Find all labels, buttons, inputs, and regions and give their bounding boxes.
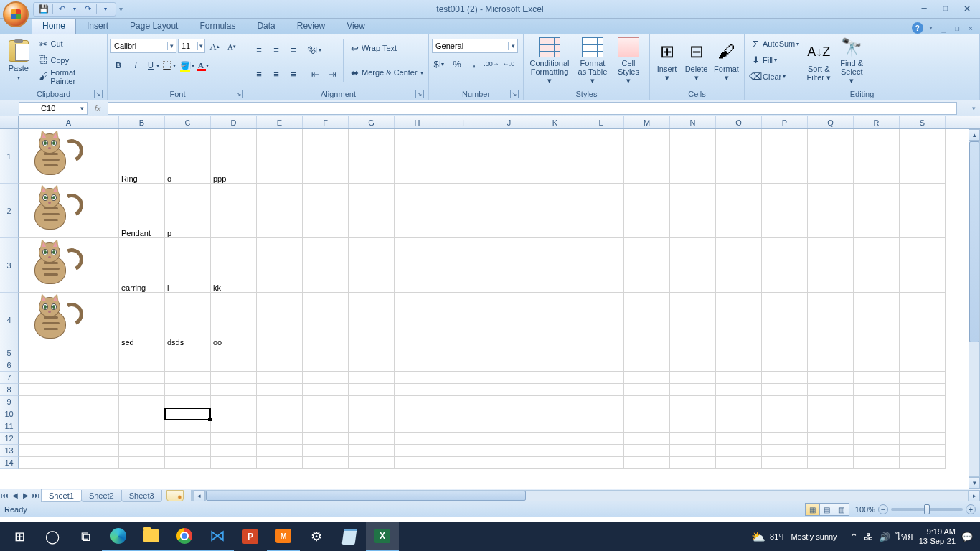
align-center[interactable]: ≡ [268,66,284,82]
cell-N4[interactable] [670,293,716,347]
cell-S5[interactable] [900,347,946,359]
vscroll-thumb[interactable] [969,141,979,342]
sheet-next[interactable]: ▶ [21,489,31,502]
cell-A7[interactable] [19,372,119,384]
autosum-button[interactable]: ΣAutoSum ▾ [748,36,801,52]
cell-Q2[interactable] [808,184,854,238]
new-sheet-button[interactable] [166,490,184,501]
cell-N14[interactable] [670,457,716,469]
sheet-first[interactable]: ⏮ [0,489,10,502]
sheet-tab-sheet3[interactable]: Sheet3 [121,490,162,502]
cell-D4[interactable]: oo [211,293,257,347]
font-size-combo[interactable]: ▾ [178,39,205,53]
cell-I6[interactable] [440,359,486,372]
cell-D1[interactable]: ppp [211,129,257,184]
col-header-A[interactable]: A [19,116,119,128]
cell-Q11[interactable] [808,420,854,433]
tray-volume-icon[interactable]: 🔊 [879,532,890,542]
cell-N11[interactable] [670,420,716,433]
cell-O14[interactable] [716,457,762,469]
cell-H12[interactable] [395,433,440,445]
cell-S10[interactable] [900,408,946,420]
cell-N6[interactable] [670,359,716,372]
shrink-font-button[interactable]: A▾ [224,39,240,55]
cell-M13[interactable] [624,445,670,457]
tab-home[interactable]: Home [32,17,76,34]
settings-icon[interactable]: ⚙ [300,522,333,551]
cell-I11[interactable] [440,420,486,433]
cell-A1[interactable] [19,129,119,184]
cell-L7[interactable] [578,372,624,384]
row-header-3[interactable]: 3 [0,238,19,293]
cell-R9[interactable] [854,396,900,408]
paste-button[interactable]: Paste▾ [3,36,34,86]
formula-input[interactable] [108,102,957,115]
col-header-O[interactable]: O [716,116,762,128]
cell-M11[interactable] [624,420,670,433]
cell-P11[interactable] [762,420,808,433]
cell-K5[interactable] [532,347,578,359]
zoom-label[interactable]: 100% [855,505,875,514]
cell-G11[interactable] [349,420,395,433]
cell-G6[interactable] [349,359,395,372]
cell-B9[interactable] [119,396,165,408]
qat-customize[interactable]: ▾ [100,4,111,15]
cell-I10[interactable] [440,408,486,420]
row-header-8[interactable]: 8 [0,384,19,396]
excel-icon[interactable]: X [366,522,399,551]
hscroll-track[interactable] [205,490,969,501]
cell-J12[interactable] [486,433,532,445]
cell-J13[interactable] [486,445,532,457]
cell-Q10[interactable] [808,408,854,420]
bold-button[interactable]: B [110,57,126,73]
cell-B3[interactable]: earring [119,238,165,293]
cell-G7[interactable] [349,372,395,384]
orientation-button[interactable]: ab▾ [307,42,323,57]
cell-S7[interactable] [900,372,946,384]
cell-J7[interactable] [486,372,532,384]
cell-H1[interactable] [395,129,440,184]
cell-G9[interactable] [349,396,395,408]
cell-F11[interactable] [303,420,349,433]
cell-F7[interactable] [303,372,349,384]
cell-O9[interactable] [716,396,762,408]
tray-clock[interactable]: 9:19 AM 13-Sep-21 [919,527,956,546]
cell-Q12[interactable] [808,433,854,445]
cell-N5[interactable] [670,347,716,359]
cell-H13[interactable] [395,445,440,457]
cell-C9[interactable] [165,396,211,408]
cell-S3[interactable] [900,238,946,293]
col-header-N[interactable]: N [670,116,716,128]
cell-P6[interactable] [762,359,808,372]
cell-D10[interactable] [211,408,257,420]
row-header-11[interactable]: 11 [0,420,19,433]
cell-R2[interactable] [854,184,900,238]
cell-Q1[interactable] [808,129,854,184]
cell-O2[interactable] [716,184,762,238]
cell-K7[interactable] [532,372,578,384]
italic-button[interactable]: I [128,57,143,73]
cell-R6[interactable] [854,359,900,372]
cell-N8[interactable] [670,384,716,396]
cell-B4[interactable]: sed [119,293,165,347]
cell-F2[interactable] [303,184,349,238]
cell-M14[interactable] [624,457,670,469]
cell-P14[interactable] [762,457,808,469]
cell-J6[interactable] [486,359,532,372]
app-minimize[interactable]: _ [938,24,949,33]
row-header-10[interactable]: 10 [0,408,19,420]
cell-E1[interactable] [257,129,303,184]
cell-C1[interactable]: o [165,129,211,184]
cell-A12[interactable] [19,433,119,445]
cell-E12[interactable] [257,433,303,445]
delete-cells-button[interactable]: ⊟Delete▾ [682,36,710,86]
clipboard-launcher[interactable]: ↘ [94,90,103,98]
cell-R7[interactable] [854,372,900,384]
cell-S6[interactable] [900,359,946,372]
cell-F14[interactable] [303,457,349,469]
cell-P3[interactable] [762,238,808,293]
sheet-prev[interactable]: ◀ [10,489,20,502]
cell-D13[interactable] [211,445,257,457]
notifications-icon[interactable]: 💬 [961,532,973,542]
cell-C5[interactable] [165,347,211,359]
